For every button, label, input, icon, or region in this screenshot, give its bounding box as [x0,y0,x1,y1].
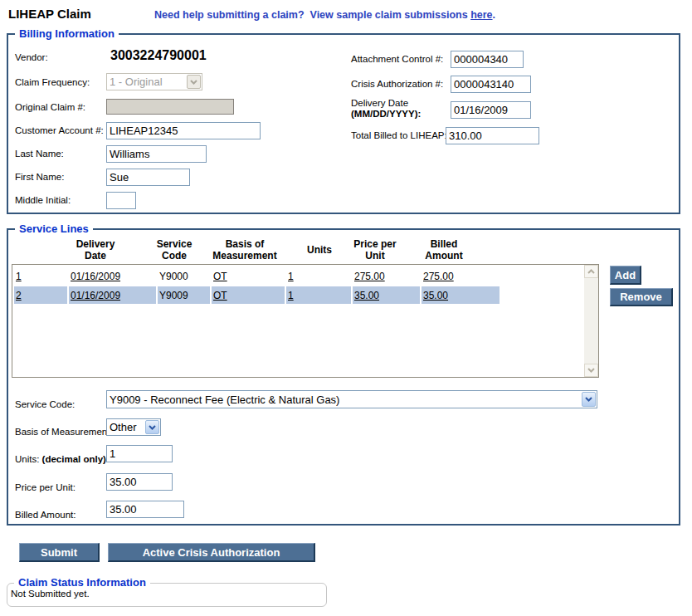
units-label-bold: (decimal only) [42,454,106,464]
claim-status-text: Not Submitted yet. [11,589,90,599]
cell-units-link[interactable]: 1 [288,271,294,282]
header-billed-amount: Billed Amount [419,238,469,262]
help-text: Need help submitting a claim? View sampl… [154,9,495,21]
vendor-value: 3003224790001 [110,48,207,63]
crisis-authorization-label: Crisis Authorization #: [351,79,443,89]
active-crisis-authorization-button[interactable]: Active Crisis Authorization [108,543,315,562]
service-lines-table: 1 01/16/2009 Y9000 OT 1 275.00 275.00 2 … [12,266,501,306]
cell-basis-link[interactable]: OT [213,271,227,282]
attachment-control-label: Attachment Control #: [351,54,443,64]
delivery-date-label: Delivery Date (MM/DD/YYYY): [351,98,421,120]
basis-of-measurement-select[interactable]: Other [106,418,161,436]
total-billed-label: Total Billed to LIHEAP: [351,130,447,140]
delivery-date-label-line2: (MM/DD/YYYY): [351,109,421,119]
cell-price-per-unit-link[interactable]: 275.00 [354,271,385,282]
add-button[interactable]: Add [610,266,641,285]
page-title: LIHEAP Claim [8,7,91,21]
customer-account-label: Customer Account #: [15,125,104,135]
scroll-down-icon[interactable] [584,364,598,377]
help-text-prefix: Need help submitting a claim? View sampl… [154,9,470,21]
service-lines-fieldset: Service Lines Delivery Date Service Code… [7,228,680,526]
basis-of-measurement-value: Other [107,421,144,433]
claim-status-fieldset: Claim Status Information Not Submitted y… [7,583,327,607]
cell-billed-amount-link[interactable]: 275.00 [423,271,454,282]
delivery-date-input[interactable] [451,101,531,119]
service-lines-listbox[interactable]: 1 01/16/2009 Y9000 OT 1 275.00 275.00 2 … [12,264,599,378]
middle-initial-input[interactable] [106,192,136,209]
service-code-value: Y9009 - Reconnect Fee (Electric & Natura… [107,394,581,406]
first-name-label: First Name: [15,172,64,182]
header-basis-of-measurement: Basis of Measurement [206,238,285,262]
middle-initial-label: Middle Initial: [15,195,71,205]
submit-button[interactable]: Submit [19,543,100,562]
cell-service-code: Y9009 [159,290,188,301]
service-lines-legend: Service Lines [15,222,93,235]
units-label: Units: (decimal only) [15,454,106,464]
attachment-control-input[interactable] [451,51,524,68]
claim-frequency-label: Claim Frequency: [15,77,90,87]
cell-billed-amount-link[interactable]: 35.00 [423,290,448,301]
total-billed-input[interactable] [446,127,539,144]
cell-line-number-link[interactable]: 1 [16,271,22,282]
customer-account-input[interactable] [106,122,261,139]
billing-information-legend: Billing Information [15,27,119,40]
help-text-suffix: . [493,9,495,21]
cell-delivery-date-link[interactable]: 01/16/2009 [71,271,120,282]
service-code-select[interactable]: Y9009 - Reconnect Fee (Electric & Natura… [106,390,597,408]
chevron-down-icon [145,420,159,434]
original-claim-input [106,99,234,115]
remove-button[interactable]: Remove [610,288,673,306]
cell-line-number-link[interactable]: 2 [16,290,22,301]
claim-frequency-select: 1 - Original [106,73,202,90]
billing-information-fieldset: Billing Information Vendor: 300322479000… [7,33,680,214]
sample-claims-link[interactable]: here [470,9,492,21]
delivery-date-label-line1: Delivery Date [351,98,408,108]
header-delivery-date: Delivery Date [66,238,124,262]
header-price-per-unit: Price per Unit [348,238,402,262]
cell-price-per-unit-link[interactable]: 35.00 [354,290,379,301]
listbox-scrollbar[interactable] [584,265,598,377]
last-name-input[interactable] [106,145,207,163]
billed-amount-input[interactable] [106,501,184,518]
first-name-input[interactable] [106,169,190,186]
scroll-up-icon[interactable] [584,265,598,278]
header-service-code: Service Code [149,238,200,262]
price-per-unit-input[interactable] [106,473,173,491]
basis-of-measurement-label: Basis of Measurement: [15,427,113,437]
last-name-label: Last Name: [15,149,64,159]
cell-service-code: Y9000 [159,271,188,282]
table-row[interactable]: 1 01/16/2009 Y9000 OT 1 275.00 275.00 [14,267,500,285]
chevron-down-icon [187,75,201,89]
table-row[interactable]: 2 01/16/2009 Y9009 OT 1 35.00 35.00 [14,286,500,304]
billed-amount-label: Billed Amount: [15,510,76,520]
units-label-prefix: Units: [15,454,42,464]
cell-basis-link[interactable]: OT [213,290,227,301]
price-per-unit-label: Price per Unit: [15,482,76,492]
claim-frequency-value: 1 - Original [107,76,186,88]
header-units: Units [299,244,340,256]
units-input[interactable] [106,445,173,462]
liheap-claim-page: LIHEAP Claim Need help submitting a clai… [0,0,692,616]
claim-status-legend: Claim Status Information [14,576,150,589]
original-claim-label: Original Claim #: [15,102,85,112]
cell-units-link[interactable]: 1 [288,290,294,301]
crisis-authorization-input[interactable] [451,76,531,93]
service-code-label: Service Code: [15,399,75,409]
chevron-down-icon [582,392,596,407]
cell-delivery-date-link[interactable]: 01/16/2009 [71,290,120,301]
vendor-label: Vendor: [15,52,48,62]
